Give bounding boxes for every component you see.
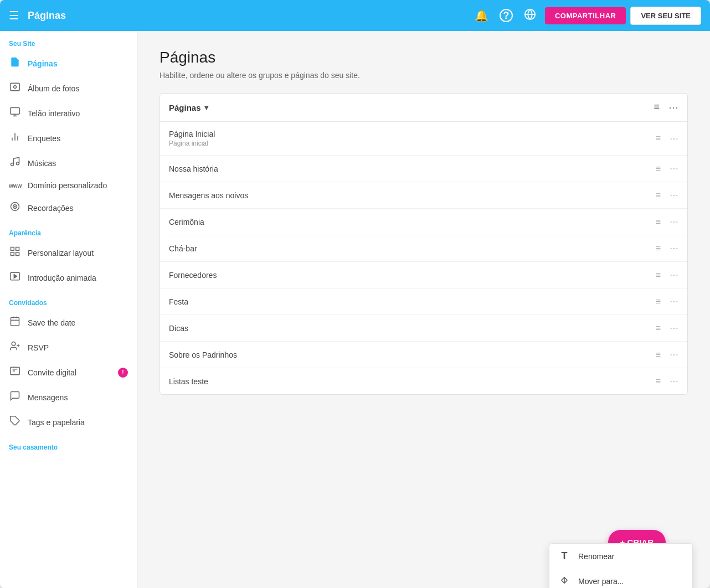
sidebar-label-convite: Convite digital	[28, 368, 76, 377]
sidebar-label-rsvp: RSVP	[28, 343, 49, 352]
page-item-dicas: Dicas ≡ ⋯	[160, 315, 687, 342]
mensagens-icon	[9, 390, 21, 404]
menu-icon[interactable]: ☰	[9, 9, 19, 22]
page-item-name: Dicas	[169, 324, 656, 333]
page-item-icons: ≡ ⋯	[656, 376, 678, 386]
sidebar-item-paginas[interactable]: Páginas	[0, 51, 137, 76]
drag-icon[interactable]: ≡	[656, 297, 661, 307]
page-item-mensagens-noivos: Mensagens aos noivos ≡ ⋯	[160, 182, 687, 209]
more-icon[interactable]: ⋯	[670, 190, 678, 200]
page-item-name: Listas teste	[169, 377, 656, 386]
ver-site-button[interactable]: VER SEU SITE	[630, 7, 701, 25]
sidebar-item-dominio[interactable]: www Domínio personalizado	[0, 176, 137, 195]
page-item-icons: ≡ ⋯	[656, 243, 678, 254]
menu-label-renomear: Renomear	[578, 552, 614, 561]
main-content: Páginas Habilite, ordene ou altere os gr…	[137, 31, 710, 588]
sidebar-item-rsvp[interactable]: RSVP	[0, 335, 137, 360]
sidebar-item-recordacoes[interactable]: Recordações	[0, 195, 137, 220]
bell-icon[interactable]: 🔔	[475, 9, 488, 22]
more-icon[interactable]: ⋯	[670, 270, 678, 280]
more-icon[interactable]: ⋯	[670, 349, 678, 360]
page-subtitle: Habilite, ordene ou altere os grupos e p…	[160, 71, 688, 80]
page-item-chabar: Chá-bar ≡ ⋯	[160, 235, 687, 262]
intro-icon	[9, 271, 21, 285]
drag-icon[interactable]: ≡	[656, 376, 661, 386]
more-icon[interactable]: ⋯	[670, 133, 678, 144]
page-item-cerimonia: Cerimônia ≡ ⋯	[160, 209, 687, 235]
sidebar-item-tags[interactable]: Tags e papelaria	[0, 410, 137, 435]
page-item-festa: Festa ≡ ⋯ T Renomear	[160, 288, 687, 315]
page-item-name: Fornecedores	[169, 271, 656, 280]
drag-icon[interactable]: ≡	[656, 244, 661, 254]
page-item-name: Festa	[169, 297, 656, 306]
page-item-name: Página Inicial	[169, 130, 656, 138]
menu-item-mover[interactable]: Mover para...	[549, 569, 692, 588]
menu-item-renomear[interactable]: T Renomear	[549, 544, 692, 569]
svg-marker-18	[14, 275, 17, 278]
page-item-name: Cerimônia	[169, 218, 656, 226]
sidebar-item-personalizar[interactable]: Personalizar layout	[0, 240, 137, 265]
sidebar-item-savedate[interactable]: Save the date	[0, 310, 137, 335]
page-item-icons: ≡ ⋯	[656, 190, 678, 200]
page-item-name: Sobre os Padrinhos	[169, 350, 656, 359]
drag-icon[interactable]: ≡	[656, 323, 661, 333]
sidebar-item-mensagens[interactable]: Mensagens	[0, 385, 137, 410]
globe-icon[interactable]	[524, 8, 536, 23]
sidebar-item-telao[interactable]: Telão interativo	[0, 101, 137, 126]
more-icon[interactable]: ⋯	[670, 376, 678, 386]
more-icon[interactable]: ⋯	[670, 163, 678, 174]
svg-rect-13	[11, 247, 14, 251]
pages-card: Páginas ▾ ≡ ⋯ Página Inicial Página inic…	[160, 93, 688, 395]
sidebar-label-musicas: Músicas	[28, 159, 56, 168]
more-icon[interactable]: ⋯	[670, 323, 678, 333]
drag-icon[interactable]: ≡	[656, 350, 661, 360]
compartilhar-button[interactable]: COMPARTILHAR	[545, 7, 626, 24]
pages-card-header-title: Páginas ▾	[169, 103, 654, 112]
drag-icon[interactable]: ≡	[656, 133, 661, 143]
reorder-icon[interactable]: ≡	[654, 101, 660, 114]
rsvp-icon	[9, 341, 21, 354]
chevron-down-icon[interactable]: ▾	[204, 103, 208, 112]
page-item-fornecedores: Fornecedores ≡ ⋯	[160, 262, 687, 288]
sidebar-label-mensagens: Mensagens	[28, 393, 68, 402]
drag-icon[interactable]: ≡	[656, 217, 661, 227]
telao-icon	[9, 106, 21, 120]
app-title: Páginas	[28, 10, 475, 22]
paginas-icon	[9, 56, 21, 70]
help-icon[interactable]: ?	[500, 9, 513, 22]
sidebar-item-enquetes[interactable]: Enquetes	[0, 126, 137, 151]
page-item-name: Mensagens aos noivos	[169, 191, 656, 200]
sidebar: Seu Site Páginas Álbum de fotos Telão in…	[0, 31, 137, 588]
svg-point-9	[17, 162, 19, 165]
sidebar-item-convite[interactable]: Convite digital !	[0, 360, 137, 385]
sidebar-section-casamento: Seu casamento	[0, 435, 137, 455]
sidebar-label-recordacoes: Recordações	[28, 204, 74, 213]
sidebar-label-savedate: Save the date	[28, 318, 75, 327]
page-item-name: Chá-bar	[169, 244, 656, 253]
sidebar-label-album: Álbum de fotos	[28, 84, 79, 93]
page-item-icons: ≡ ⋯	[656, 349, 678, 360]
more-icon[interactable]: ⋯	[670, 296, 678, 307]
page-item-name: Nossa história	[169, 164, 656, 173]
menu-label-mover: Mover para...	[578, 577, 624, 586]
pages-card-header: Páginas ▾ ≡ ⋯	[160, 94, 687, 122]
drag-icon[interactable]: ≡	[656, 164, 661, 174]
svg-rect-16	[16, 252, 19, 256]
savedate-icon	[9, 316, 21, 329]
convite-badge: !	[118, 368, 128, 378]
drag-icon[interactable]: ≡	[656, 270, 661, 280]
drag-icon[interactable]: ≡	[656, 190, 661, 200]
sidebar-label-telao: Telão interativo	[28, 109, 80, 118]
sidebar-item-musicas[interactable]: Músicas	[0, 151, 137, 176]
sidebar-item-album[interactable]: Álbum de fotos	[0, 76, 137, 101]
svg-point-1	[14, 86, 17, 89]
more-icon[interactable]: ⋯	[670, 216, 678, 227]
more-options-icon[interactable]: ⋯	[668, 101, 678, 114]
more-icon[interactable]: ⋯	[670, 243, 678, 254]
rename-icon: T	[558, 550, 570, 562]
dominio-icon: www	[9, 183, 21, 189]
sidebar-item-intro[interactable]: Introdução animada	[0, 265, 137, 290]
svg-rect-15	[11, 252, 14, 256]
page-item-padrinhos: Sobre os Padrinhos ≡ ⋯	[160, 342, 687, 368]
svg-rect-2	[11, 108, 20, 115]
